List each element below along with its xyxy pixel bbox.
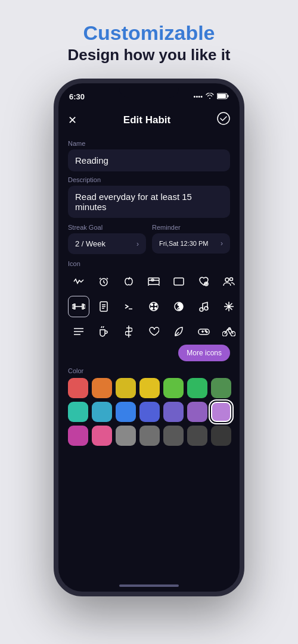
streak-goal-group: Streak Goal 2 / Week ›	[68, 219, 146, 254]
notch-cutout	[119, 83, 179, 98]
icon-cell-14[interactable]	[68, 321, 89, 342]
svg-point-21	[150, 302, 158, 311]
reminder-label: Reminder	[152, 224, 230, 231]
color-cell-18[interactable]	[163, 426, 184, 446]
color-cell-14[interactable]	[68, 426, 88, 446]
phone-frame: 6:30 •••• ✕ Edit Habit	[54, 79, 244, 596]
icon-cell-5[interactable]	[193, 271, 215, 292]
name-label: Name	[68, 140, 230, 147]
svg-point-39	[206, 332, 207, 333]
icon-cell-3[interactable]	[143, 271, 164, 292]
icon-cell-8[interactable]	[93, 296, 114, 317]
home-indicator	[119, 584, 179, 587]
color-cell-6[interactable]	[211, 378, 231, 398]
reminder-value: Fri,Sat 12:30 PM	[159, 240, 209, 247]
streak-chevron-icon: ›	[136, 240, 139, 248]
svg-point-23	[155, 304, 157, 306]
icon-cell-7[interactable]	[68, 296, 89, 317]
color-cell-2[interactable]	[116, 378, 136, 398]
description-field[interactable]: Read everyday for at least 15 minutes	[68, 186, 230, 218]
svg-point-25	[155, 308, 157, 310]
color-cell-9[interactable]	[116, 402, 136, 422]
icon-cell-16[interactable]	[118, 321, 139, 342]
svg-rect-12	[74, 304, 75, 310]
color-cell-4[interactable]	[163, 378, 184, 398]
streak-goal-selector[interactable]: 2 / Week ›	[68, 233, 146, 254]
icon-cell-11[interactable]	[168, 296, 190, 317]
color-cell-20[interactable]	[211, 426, 231, 446]
icon-cell-18[interactable]	[168, 321, 190, 342]
svg-rect-2	[228, 95, 229, 97]
svg-point-22	[151, 304, 153, 306]
streak-goal-label: Streak Goal	[68, 224, 146, 231]
close-button[interactable]: ✕	[68, 114, 77, 127]
icon-cell-0[interactable]	[68, 271, 89, 292]
svg-point-42	[229, 328, 231, 330]
color-cell-17[interactable]	[139, 426, 160, 446]
side-button-left2	[54, 179, 55, 196]
status-icons: ••••	[194, 93, 229, 101]
color-cell-12[interactable]	[187, 402, 207, 422]
color-cell-1[interactable]	[92, 378, 112, 398]
icon-section-label: Icon	[68, 260, 230, 267]
icon-grid	[68, 271, 230, 342]
color-cell-7[interactable]	[68, 402, 88, 422]
icon-cell-20[interactable]	[218, 321, 240, 342]
icon-cell-13[interactable]	[218, 296, 240, 317]
icon-cell-10[interactable]	[143, 296, 164, 317]
status-bar: 6:30 ••••	[58, 83, 240, 105]
svg-point-38	[205, 330, 206, 332]
color-cell-10[interactable]	[139, 402, 160, 422]
color-cell-15[interactable]	[92, 426, 112, 446]
topbar: ✕ Edit Habit	[58, 105, 240, 133]
svg-rect-15	[83, 305, 85, 308]
svg-rect-1	[218, 94, 226, 98]
streak-goal-value: 2 / Week	[75, 239, 105, 248]
icon-cell-17[interactable]	[143, 321, 164, 342]
icon-cell-12[interactable]	[193, 296, 215, 317]
color-cell-5[interactable]	[187, 378, 207, 398]
svg-rect-7	[174, 278, 184, 285]
more-icons-row: More icons	[68, 345, 230, 361]
form-content: Name Reading Description Read everyday f…	[58, 133, 240, 448]
signal-icon: ••••	[194, 93, 203, 100]
name-field[interactable]: Reading	[68, 149, 230, 171]
icon-cell-15[interactable]	[93, 321, 114, 342]
color-cell-19[interactable]	[187, 426, 207, 446]
wifi-icon	[206, 93, 214, 100]
description-label: Description	[68, 176, 230, 183]
svg-point-27	[178, 304, 180, 306]
reminder-chevron-icon: ›	[221, 239, 223, 248]
svg-point-28	[178, 308, 180, 310]
icon-cell-4[interactable]	[168, 271, 190, 292]
status-time: 6:30	[69, 92, 85, 101]
color-cell-8[interactable]	[92, 402, 112, 422]
icon-cell-6[interactable]	[218, 271, 240, 292]
more-icons-button[interactable]: More icons	[178, 345, 230, 361]
icon-cell-1[interactable]	[93, 271, 114, 292]
color-cell-3[interactable]	[139, 378, 160, 398]
color-cell-13[interactable]	[211, 402, 231, 422]
streak-reminder-row: Streak Goal 2 / Week › Reminder Fri,Sat …	[68, 219, 230, 254]
icon-cell-2[interactable]	[118, 271, 139, 292]
reminder-selector[interactable]: Fri,Sat 12:30 PM ›	[152, 233, 230, 254]
reminder-group: Reminder Fri,Sat 12:30 PM ›	[152, 219, 230, 254]
color-grid	[68, 378, 230, 446]
icon-cell-9[interactable]	[118, 296, 139, 317]
header-subtitle: Design how you like it	[67, 46, 230, 64]
side-button-left	[54, 155, 55, 173]
header-title: Customizable	[67, 21, 230, 45]
battery-icon	[217, 93, 229, 101]
color-cell-11[interactable]	[163, 402, 184, 422]
svg-point-9	[225, 278, 229, 282]
svg-point-3	[218, 112, 229, 124]
screen-title: Edit Habit	[123, 114, 170, 126]
screen: ✕ Edit Habit Name Reading Description Re…	[58, 105, 240, 592]
page-header: Customizable Design how you like it	[55, 0, 242, 79]
color-section-label: Color	[68, 367, 230, 374]
side-button-right	[243, 167, 244, 196]
color-cell-0[interactable]	[68, 378, 88, 398]
color-cell-16[interactable]	[116, 426, 136, 446]
confirm-button[interactable]	[217, 112, 230, 128]
icon-cell-19[interactable]	[193, 321, 215, 342]
